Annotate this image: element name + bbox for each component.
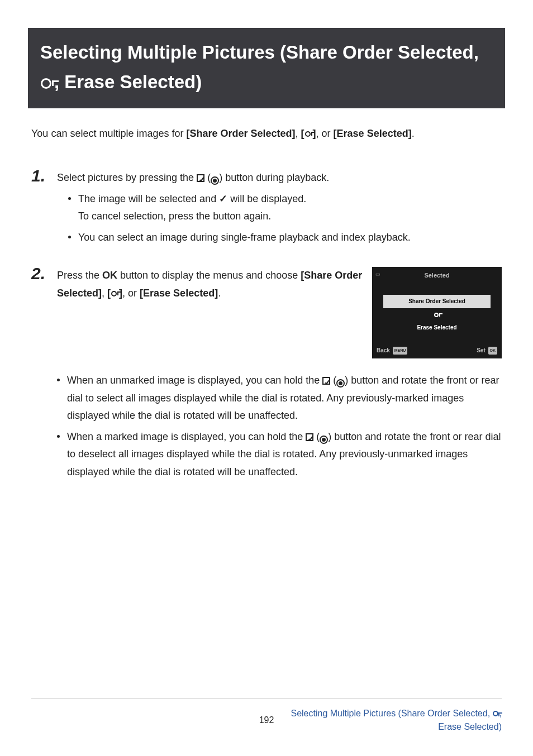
protect-icon [41,78,54,89]
list-item: When an unmarked image is displayed, you… [67,372,502,425]
menu-item-share-order: Share Order Selected [383,295,491,308]
screenshot-footer: Back MENU Set OK [377,346,497,356]
page-content: You can select multiple images for [Shar… [0,108,533,485]
list-item: The image will be selected and ✓ will be… [78,190,502,226]
protect-icon [111,291,118,296]
title-post: , Erase Selected) [54,71,202,92]
check-square-icon [197,174,204,182]
list-item: You can select an image during single-fr… [78,229,502,247]
page-footer: 192 Selecting Multiple Pictures (Share O… [31,698,502,734]
step-1-bullets: The image will be selected and ✓ will be… [57,190,502,247]
back-label: Back MENU [377,346,407,356]
page-number: 192 [259,715,274,725]
intro-paragraph: You can select multiple images for [Shar… [31,125,502,142]
protect-icon [493,709,499,718]
step-number: 2. [31,265,49,282]
step-number: 1. [31,168,49,184]
menu-item-erase: Erase Selected [383,321,491,334]
page-title: Selecting Multiple Pictures (Share Order… [40,38,493,97]
screenshot-menu: Share Order Selected Erase Selected [383,295,491,334]
protect-icon [305,131,312,137]
menu-item-protect [383,308,491,322]
record-button-icon [336,379,345,387]
camera-screenshot: ▭ Selected Share Order Selected Erase Se… [372,267,502,358]
check-mark-icon: ✓ [219,193,227,204]
list-item: When a marked image is displayed, you ca… [67,428,502,481]
step-body: Press the OK button to display the menus… [57,265,502,484]
breadcrumb[interactable]: Selecting Multiple Pictures (Share Order… [274,707,502,734]
screenshot-title: Selected [372,267,502,281]
step-1: 1. Select pictures by pressing the () bu… [31,168,502,250]
step-body: Select pictures by pressing the () butto… [57,168,502,250]
page-title-banner: Selecting Multiple Pictures (Share Order… [28,28,505,108]
check-square-icon [322,377,330,385]
title-pre: Selecting Multiple Pictures (Share Order… [40,42,479,63]
sd-card-icon: ▭ [375,270,380,279]
record-button-icon [320,436,328,444]
set-label: Set OK [477,346,497,356]
step-2-bullets: When an unmarked image is displayed, you… [57,372,502,481]
record-button-icon [211,176,219,185]
check-square-icon [306,433,313,441]
step-2: 2. Press the OK button to display the me… [31,265,502,484]
